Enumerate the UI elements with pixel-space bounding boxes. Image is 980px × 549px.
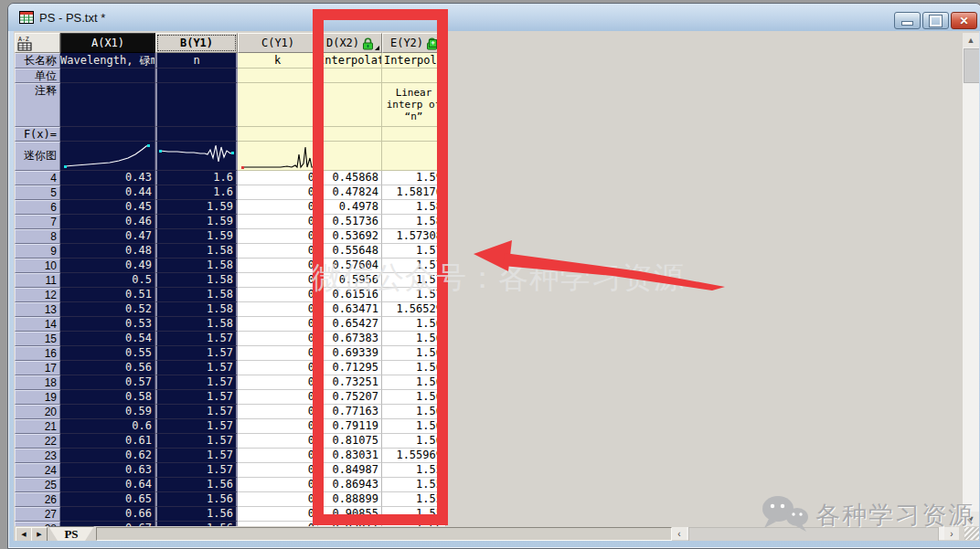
row-number[interactable]: 12 [15, 288, 60, 302]
cell-C7[interactable]: 0 [238, 215, 318, 229]
title-bar[interactable]: PS - PS.txt * ✕ [8, 4, 980, 31]
cell-C16[interactable]: 0 [238, 346, 318, 361]
cell-C9[interactable]: 0 [238, 244, 318, 259]
vertical-scrollbar[interactable]: ▲ ▼ [963, 33, 979, 526]
cell-C22[interactable]: 0 [238, 434, 318, 449]
cell-A16[interactable]: 0.55 [60, 346, 155, 361]
column-header-C[interactable]: C(Y1) [238, 33, 318, 53]
cell-A14[interactable]: 0.53 [60, 317, 155, 332]
cell-A8[interactable]: 0.47 [60, 229, 155, 244]
row-number[interactable]: 13 [15, 302, 60, 317]
cell-A26[interactable]: 0.65 [60, 492, 155, 507]
row-number[interactable]: 8 [15, 229, 60, 244]
fx-B[interactable] [155, 127, 238, 142]
row-number[interactable]: 7 [15, 215, 60, 229]
cell-B4[interactable]: 1.6 [155, 171, 238, 185]
cell-B26[interactable]: 1.56 [155, 492, 238, 507]
row-number[interactable]: 11 [15, 273, 60, 288]
units-B[interactable] [155, 69, 238, 83]
scroll-up-button[interactable]: ▲ [963, 33, 979, 48]
row-number[interactable]: 17 [15, 361, 60, 375]
cell-A6[interactable]: 0.45 [60, 200, 155, 215]
cell-C12[interactable]: 0 [238, 288, 318, 302]
cell-B11[interactable]: 1.58 [155, 273, 238, 288]
row-number[interactable]: 4 [15, 171, 60, 185]
cell-B16[interactable]: 1.57 [155, 346, 238, 361]
cell-A7[interactable]: 0.46 [60, 215, 155, 229]
cell-A23[interactable]: 0.62 [60, 449, 155, 463]
row-number[interactable]: 5 [15, 185, 60, 200]
cell-C20[interactable]: 0 [238, 405, 318, 419]
cell-C4[interactable]: 0 [238, 171, 318, 185]
row-number[interactable]: 6 [15, 200, 60, 215]
sheet-prev-button[interactable]: ◀ [16, 527, 32, 541]
row-number[interactable]: 22 [15, 434, 60, 449]
cell-B24[interactable]: 1.57 [155, 463, 238, 478]
cell-C17[interactable]: 0 [238, 361, 318, 375]
close-button[interactable]: ✕ [951, 12, 977, 29]
cell-C14[interactable]: 0 [238, 317, 318, 332]
cell-C18[interactable]: 0 [238, 375, 318, 390]
sparkline-C[interactable] [238, 142, 318, 171]
cell-A21[interactable]: 0.6 [60, 419, 155, 434]
row-number[interactable]: 14 [15, 317, 60, 332]
fx-A[interactable] [60, 127, 155, 142]
restore-button[interactable] [922, 12, 949, 29]
row-number[interactable]: 24 [15, 463, 60, 478]
cell-B6[interactable]: 1.59 [155, 200, 238, 215]
long-name-A[interactable]: Wavelength, 碌m [60, 53, 155, 69]
comments-C[interactable] [238, 83, 318, 127]
select-all-corner[interactable]: A-Z [15, 33, 60, 53]
cell-B21[interactable]: 1.57 [155, 419, 238, 434]
cell-A4[interactable]: 0.43 [60, 171, 155, 185]
row-number[interactable]: 16 [15, 346, 60, 361]
row-number[interactable]: 20 [15, 405, 60, 419]
cell-B12[interactable]: 1.58 [155, 288, 238, 302]
cell-A12[interactable]: 0.51 [60, 288, 155, 302]
cell-B17[interactable]: 1.57 [155, 361, 238, 375]
row-number[interactable]: 9 [15, 244, 60, 259]
cell-C27[interactable]: 0 [238, 507, 318, 522]
cell-B23[interactable]: 1.57 [155, 449, 238, 463]
comments-B[interactable] [155, 83, 238, 127]
row-number[interactable]: 26 [15, 492, 60, 507]
row-number[interactable]: 21 [15, 419, 60, 434]
units-C[interactable] [238, 69, 318, 83]
row-number[interactable]: 19 [15, 390, 60, 405]
cell-B7[interactable]: 1.59 [155, 215, 238, 229]
cell-C26[interactable]: 0 [238, 492, 318, 507]
cell-B14[interactable]: 1.58 [155, 317, 238, 332]
cell-C23[interactable]: 0 [238, 449, 318, 463]
sparkline-B[interactable] [155, 142, 238, 171]
cell-A10[interactable]: 0.49 [60, 259, 155, 273]
fx-C[interactable] [238, 127, 318, 142]
minimize-button[interactable] [894, 12, 921, 29]
cell-C5[interactable]: 0 [238, 185, 318, 200]
row-number[interactable]: 23 [15, 449, 60, 463]
cell-A15[interactable]: 0.54 [60, 332, 155, 346]
column-header-B[interactable]: B(Y1) [155, 33, 238, 53]
vertical-scroll-thumb[interactable] [964, 48, 979, 83]
cell-B19[interactable]: 1.57 [155, 390, 238, 405]
cell-A9[interactable]: 0.48 [60, 244, 155, 259]
cell-A17[interactable]: 0.56 [60, 361, 155, 375]
cell-C24[interactable]: 0 [238, 463, 318, 478]
sheet-tab-ps[interactable]: PS [48, 526, 94, 541]
cell-C6[interactable]: 0 [238, 200, 318, 215]
cell-A24[interactable]: 0.63 [60, 463, 155, 478]
cell-A11[interactable]: 0.5 [60, 273, 155, 288]
cell-A25[interactable]: 0.64 [60, 478, 155, 492]
cell-C15[interactable]: 0 [238, 332, 318, 346]
cell-A13[interactable]: 0.52 [60, 302, 155, 317]
column-header-A[interactable]: A(X1) [60, 33, 155, 53]
cell-C13[interactable]: 0 [238, 302, 318, 317]
cell-B25[interactable]: 1.56 [155, 478, 238, 492]
sheet-next-button[interactable]: ▶ [31, 527, 48, 541]
comments-A[interactable] [60, 83, 155, 127]
row-number[interactable]: 15 [15, 332, 60, 346]
cell-B5[interactable]: 1.6 [155, 185, 238, 200]
cell-A19[interactable]: 0.58 [60, 390, 155, 405]
row-number[interactable]: 18 [15, 375, 60, 390]
row-number[interactable]: 25 [15, 478, 60, 492]
cell-A5[interactable]: 0.44 [60, 185, 155, 200]
